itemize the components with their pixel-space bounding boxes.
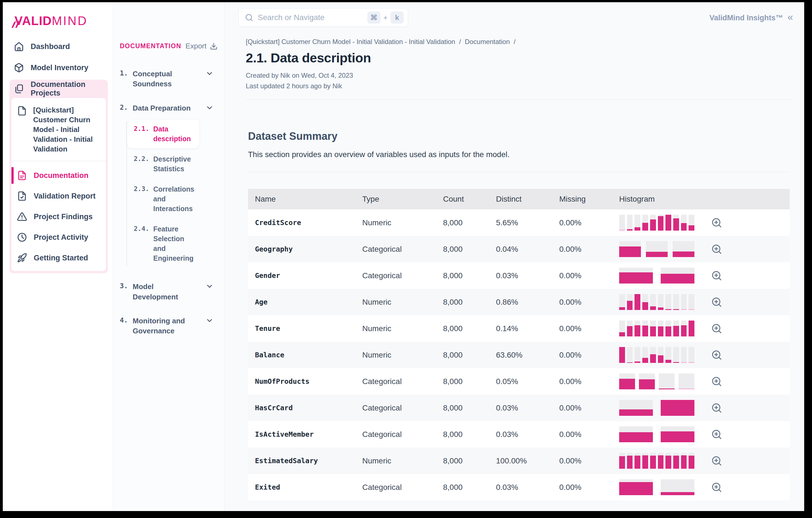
histogram-bar [673, 215, 679, 231]
export-label: Export [185, 42, 206, 51]
chevron-down-icon-wrap[interactable] [205, 282, 214, 291]
project-item[interactable]: [Quickstart] Customer Churn Model - Init… [11, 98, 106, 161]
zoom-in-button[interactable] [711, 402, 723, 414]
k-keycap: k [390, 11, 404, 24]
cell-count: 8,000 [443, 324, 496, 333]
zoom-in-button[interactable] [711, 323, 723, 334]
histogram-bar [650, 215, 656, 231]
project-item-label: Project Activity [34, 233, 88, 242]
histogram-bar [619, 426, 653, 442]
clock-icon [17, 232, 27, 242]
doc-section-model-development[interactable]: 3. Model Development [120, 281, 199, 302]
cell-missing: 0.00% [559, 456, 619, 465]
table-row-geography: Geography Categorical 8,000 0.04% 0.00% [248, 236, 790, 262]
table-row-gender: Gender Categorical 8,000 0.03% 0.00% [248, 262, 790, 289]
zoom-cell [694, 217, 739, 228]
breadcrumb-project[interactable]: [Quickstart] Customer Churn Model - Init… [246, 38, 455, 46]
histogram-bar [650, 453, 656, 469]
cell-name: Exited [255, 483, 362, 491]
zoom-in-button[interactable] [711, 243, 723, 255]
project-item-project-findings[interactable]: Project Findings [11, 206, 106, 227]
alert-triangle-icon [17, 212, 27, 222]
doc-subsection-correlations-and-interactions[interactable]: 2.3. Correlations and Interactions [127, 180, 199, 218]
table-row-balance: Balance Numeric 8,000 63.60% 0.00% [248, 342, 790, 368]
histogram-bar [627, 347, 633, 363]
zoom-cell [694, 349, 739, 361]
histogram-bar [659, 373, 675, 389]
search-box[interactable]: ⌘ + k [238, 8, 408, 27]
chevron-down-icon-wrap[interactable] [205, 69, 214, 78]
sidebar-item-label: Dashboard [31, 42, 70, 51]
file-text-icon [17, 171, 27, 180]
histogram-bar [642, 321, 648, 336]
breadcrumb-documentation[interactable]: Documentation [465, 38, 510, 46]
project-name: [Quickstart] Customer Churn Model - Init… [33, 105, 101, 154]
histogram-bar [678, 373, 694, 389]
sidebar-item-label: Model Inventory [31, 63, 88, 72]
cell-count: 8,000 [443, 403, 496, 413]
project-card: [Quickstart] Customer Churn Model - Init… [11, 98, 106, 271]
chevron-down-icon-wrap[interactable] [205, 103, 214, 112]
cell-missing: 0.00% [559, 351, 619, 360]
chevron-down-icon-wrap[interactable] [205, 316, 214, 325]
search-input[interactable] [253, 13, 367, 22]
cell-type: Categorical [362, 377, 443, 386]
project-item-validation-report[interactable]: Validation Report [11, 186, 106, 206]
cell-name: EstimatedSalary [255, 457, 362, 465]
shortcut-plus: + [383, 13, 387, 22]
doc-section: 3. Model Development [120, 281, 219, 302]
histogram-bar [673, 321, 679, 336]
histogram-bar [673, 294, 679, 310]
export-button[interactable]: Export [185, 42, 218, 51]
histogram-hascrcard [619, 400, 694, 416]
breadcrumb: [Quickstart] Customer Churn Model - Init… [246, 38, 792, 46]
project-item-label: Project Findings [34, 213, 93, 221]
cell-distinct: 0.86% [496, 298, 559, 307]
documentation-sections: 1. Conceptual Soundness 2. Data Preparat… [120, 69, 219, 336]
doc-subsection-number: 2.2. [134, 154, 153, 174]
sidebar-item-dashboard[interactable]: Dashboard [9, 37, 108, 56]
doc-subsection-data-description[interactable]: 2.1. Data description [127, 120, 199, 148]
cell-distinct: 0.03% [496, 271, 559, 280]
zoom-in-button[interactable] [711, 376, 723, 387]
cell-name: HasCrCard [255, 404, 362, 412]
zoom-cell [694, 429, 739, 440]
doc-section-monitoring-and-governance[interactable]: 4. Monitoring and Governance [120, 316, 199, 336]
zoom-in-button[interactable] [711, 270, 723, 281]
histogram-bar [665, 215, 671, 231]
histogram-bar [665, 453, 671, 469]
doc-subsection-label: Data description [153, 124, 195, 144]
project-item-project-activity[interactable]: Project Activity [11, 227, 106, 248]
histogram-bar [681, 294, 687, 310]
doc-section-conceptual-soundness[interactable]: 1. Conceptual Soundness [120, 69, 199, 89]
project-item-documentation[interactable]: Documentation [11, 165, 106, 186]
zoom-in-button[interactable] [711, 217, 723, 228]
doc-subsection-feature-selection-and-engineering[interactable]: 2.4. Feature Selection and Engineering [127, 220, 199, 268]
cell-count: 8,000 [443, 218, 496, 227]
histogram-bar [689, 321, 694, 336]
histogram-bar [619, 347, 625, 363]
doc-subsection-descriptive-statistics[interactable]: 2.2. Descriptive Statistics [127, 150, 199, 178]
zoom-in-button[interactable] [711, 429, 723, 440]
insights-toggle[interactable]: ValidMind Insights™ « [709, 13, 793, 22]
histogram-bar [658, 453, 664, 469]
zoom-in-button[interactable] [711, 482, 723, 493]
column-header-name: Name [255, 195, 362, 204]
chevrons-left-icon: « [787, 12, 793, 22]
sidebar-item-model-inventory[interactable]: Model Inventory [9, 59, 108, 77]
histogram-bar [619, 241, 641, 257]
breadcrumb-separator: / [459, 38, 461, 46]
column-header-count: Count [443, 195, 496, 204]
sidebar-item-documentation-projects[interactable]: Documentation Projects [9, 80, 108, 98]
project-item-getting-started[interactable]: Getting Started [11, 248, 106, 268]
histogram-bar [642, 215, 648, 231]
histogram-bar [635, 453, 640, 469]
zoom-in-button[interactable] [711, 296, 723, 308]
cell-missing: 0.00% [559, 298, 619, 307]
section-title: Dataset Summary [248, 130, 790, 142]
zoom-in-button[interactable] [711, 455, 723, 467]
documentation-nav: DOCUMENTATION Export 1. Conceptual Sound… [113, 2, 224, 511]
zoom-in-button[interactable] [711, 349, 723, 361]
doc-section-data-preparation[interactable]: 2. Data Preparation [120, 103, 199, 113]
zoom-cell [694, 296, 739, 308]
